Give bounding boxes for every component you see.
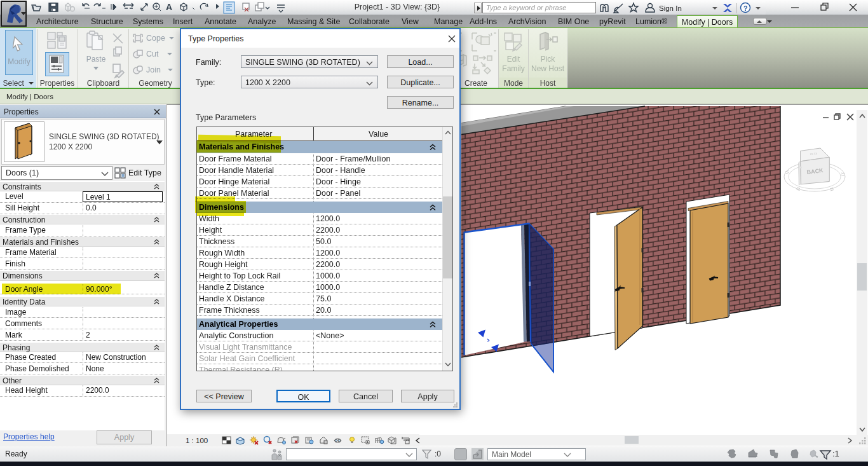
svg-text:Sign In: Sign In xyxy=(659,4,682,12)
svg-text:?: ? xyxy=(743,4,748,12)
svg-text:A: A xyxy=(166,2,172,12)
